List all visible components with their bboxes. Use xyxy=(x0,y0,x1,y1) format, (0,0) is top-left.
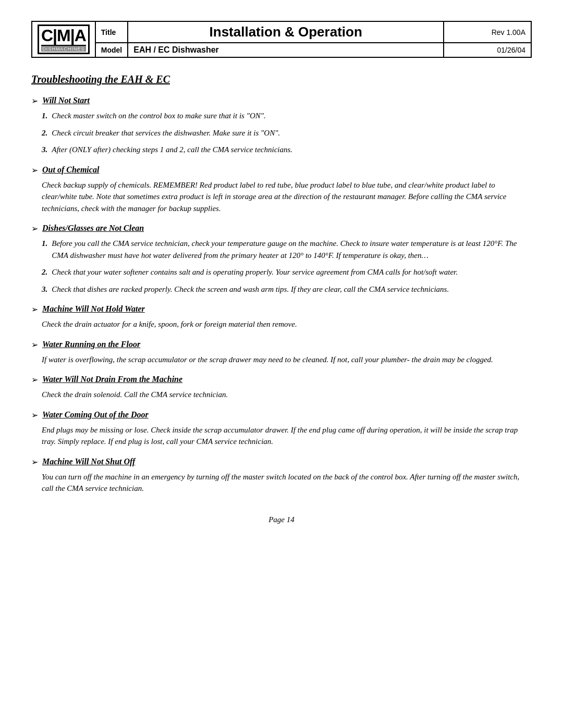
section-title-dishes-not-clean: Dishes/Glasses are Not Clean xyxy=(42,224,144,233)
section-title-out-of-chemical: Out of Chemical xyxy=(42,165,99,175)
arrow-icon-machine-will-not-hold-water: ➢ xyxy=(31,304,38,314)
list-item-number: 2. xyxy=(42,266,47,278)
page-title: Troubleshooting the EAH & EC xyxy=(31,73,532,85)
model-label: Model xyxy=(95,43,128,57)
sections-container: ➢Will Not Start1.Check master switch on … xyxy=(31,96,532,495)
section-water-coming-out-of-door: ➢Water Coming Out of the DoorEnd plugs m… xyxy=(31,410,532,448)
section-header-dishes-not-clean: ➢Dishes/Glasses are Not Clean xyxy=(31,224,532,233)
section-header-machine-will-not-hold-water: ➢Machine Will Not Hold Water xyxy=(31,304,532,314)
section-paragraph-machine-will-not-hold-water: Check the drain actuator for a knife, sp… xyxy=(42,318,532,330)
arrow-icon-water-running-on-floor: ➢ xyxy=(31,340,38,350)
logo-sub: DISHMACHINES xyxy=(41,45,86,52)
list-item-number: 3. xyxy=(42,283,47,295)
section-list-dishes-not-clean: 1.Before you call the CMA service techni… xyxy=(42,238,532,295)
date-cell: 01/26/04 xyxy=(444,43,531,57)
section-title-machine-will-not-hold-water: Machine Will Not Hold Water xyxy=(42,304,145,314)
section-machine-will-not-hold-water: ➢Machine Will Not Hold WaterCheck the dr… xyxy=(31,304,532,330)
list-item-text: Check that your water softener contains … xyxy=(52,266,458,278)
section-paragraph-water-coming-out-of-door: End plugs may be missing or lose. Check … xyxy=(42,424,532,448)
list-item: 2.Check circuit breaker that services th… xyxy=(42,127,532,139)
list-item-number: 1. xyxy=(42,110,47,122)
list-item-text: After (ONLY after) checking steps 1 and … xyxy=(52,144,292,156)
list-item: 3.After (ONLY after) checking steps 1 an… xyxy=(42,144,532,156)
section-body-water-coming-out-of-door: End plugs may be missing or lose. Check … xyxy=(42,424,532,448)
section-header-water-will-not-drain: ➢Water Will Not Drain From the Machine xyxy=(31,375,532,385)
list-item-number: 2. xyxy=(42,127,47,139)
section-body-dishes-not-clean: 1.Before you call the CMA service techni… xyxy=(42,238,532,295)
section-header-water-running-on-floor: ➢Water Running on the Floor xyxy=(31,340,532,350)
section-header-water-coming-out-of-door: ➢Water Coming Out of the Door xyxy=(31,410,532,420)
arrow-icon-dishes-not-clean: ➢ xyxy=(31,224,38,233)
title-label: Title xyxy=(95,21,128,43)
section-water-running-on-floor: ➢Water Running on the FloorIf water is o… xyxy=(31,340,532,366)
list-item-text: Check circuit breaker that services the … xyxy=(52,127,280,139)
section-machine-will-not-shut-off: ➢Machine Will Not Shut OffYou can turn o… xyxy=(31,457,532,495)
section-title-water-running-on-floor: Water Running on the Floor xyxy=(42,340,140,349)
page-number: Page 14 xyxy=(31,515,532,524)
title-main: Installation & Operation xyxy=(128,21,444,43)
section-header-will-not-start: ➢Will Not Start xyxy=(31,96,532,106)
list-item-text: Check that dishes are racked properly. C… xyxy=(52,283,449,295)
section-body-machine-will-not-hold-water: Check the drain actuator for a knife, sp… xyxy=(42,318,532,330)
section-paragraph-water-will-not-drain: Check the drain solenoid. Call the CMA s… xyxy=(42,389,532,401)
section-body-out-of-chemical: Check backup supply of chemicals. REMEMB… xyxy=(42,179,532,215)
list-item: 3.Check that dishes are racked properly.… xyxy=(42,283,532,295)
section-title-water-will-not-drain: Water Will Not Drain From the Machine xyxy=(42,375,182,384)
list-item: 1.Check master switch on the control box… xyxy=(42,110,532,122)
list-item: 1.Before you call the CMA service techni… xyxy=(42,238,532,261)
header-table: C|M|A DISHMACHINES Title Installation & … xyxy=(31,21,532,58)
model-value: EAH / EC Dishwasher xyxy=(128,43,444,57)
list-item: 2.Check that your water softener contain… xyxy=(42,266,532,278)
arrow-icon-water-will-not-drain: ➢ xyxy=(31,375,38,385)
arrow-icon-will-not-start: ➢ xyxy=(31,96,38,106)
arrow-icon-water-coming-out-of-door: ➢ xyxy=(31,410,38,420)
section-list-will-not-start: 1.Check master switch on the control box… xyxy=(42,110,532,156)
section-paragraph-machine-will-not-shut-off: You can turn off the machine in an emerg… xyxy=(42,471,532,495)
section-out-of-chemical: ➢Out of ChemicalCheck backup supply of c… xyxy=(31,165,532,215)
list-item-number: 1. xyxy=(42,238,47,261)
section-body-machine-will-not-shut-off: You can turn off the machine in an emerg… xyxy=(42,471,532,495)
list-item-number: 3. xyxy=(42,144,47,156)
section-body-water-will-not-drain: Check the drain solenoid. Call the CMA s… xyxy=(42,389,532,401)
list-item-text: Check master switch on the control box t… xyxy=(52,110,266,122)
section-dishes-not-clean: ➢Dishes/Glasses are Not Clean1.Before yo… xyxy=(31,224,532,295)
list-item-text: Before you call the CMA service technici… xyxy=(52,238,532,261)
section-body-water-running-on-floor: If water is overflowing, the scrap accum… xyxy=(42,354,532,366)
section-header-machine-will-not-shut-off: ➢Machine Will Not Shut Off xyxy=(31,457,532,467)
logo-letters: C|M|A xyxy=(41,27,86,44)
section-title-water-coming-out-of-door: Water Coming Out of the Door xyxy=(42,410,149,419)
section-title-will-not-start: Will Not Start xyxy=(42,96,90,105)
section-body-will-not-start: 1.Check master switch on the control box… xyxy=(42,110,532,156)
section-will-not-start: ➢Will Not Start1.Check master switch on … xyxy=(31,96,532,156)
section-paragraph-out-of-chemical: Check backup supply of chemicals. REMEMB… xyxy=(42,179,532,215)
section-paragraph-water-running-on-floor: If water is overflowing, the scrap accum… xyxy=(42,354,532,366)
logo-box: C|M|A DISHMACHINES xyxy=(38,24,90,54)
section-water-will-not-drain: ➢Water Will Not Drain From the MachineCh… xyxy=(31,375,532,401)
logo-cell: C|M|A DISHMACHINES xyxy=(32,21,95,57)
arrow-icon-machine-will-not-shut-off: ➢ xyxy=(31,457,38,467)
section-title-machine-will-not-shut-off: Machine Will Not Shut Off xyxy=(42,457,135,466)
rev-cell: Rev 1.00A xyxy=(444,21,531,43)
section-header-out-of-chemical: ➢Out of Chemical xyxy=(31,165,532,175)
arrow-icon-out-of-chemical: ➢ xyxy=(31,165,38,175)
